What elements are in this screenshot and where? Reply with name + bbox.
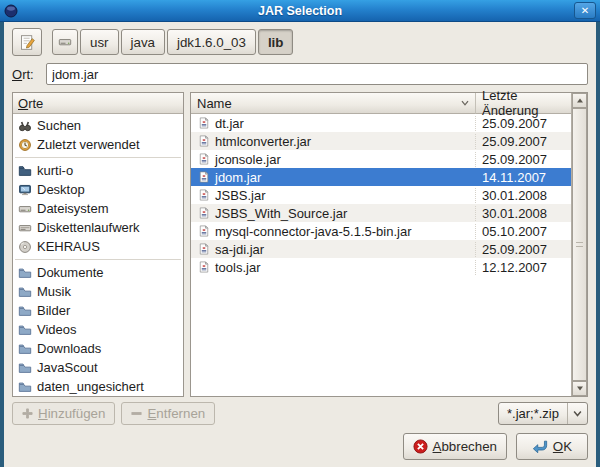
column-header-name[interactable]: Name	[191, 93, 475, 114]
sidebar-item-javascout[interactable]: JavaScout	[13, 358, 183, 377]
column-header-modified[interactable]: Letzte Änderung	[475, 93, 571, 114]
close-icon: ✕	[581, 6, 589, 16]
filter-dropdown[interactable]: *.jar;*.zip	[498, 402, 588, 425]
sidebar-item-label: Diskettenlaufwerk	[37, 220, 140, 235]
file-rows: dt.jar25.09.2007htmlconverter.jar25.09.2…	[191, 114, 571, 396]
jar-icon	[197, 189, 210, 201]
sidebar-item-label: JavaScout	[37, 360, 98, 375]
file-modified-date: 25.09.2007	[475, 134, 571, 149]
sidebar-item-bilder[interactable]: Bilder	[13, 301, 183, 320]
sidebar-item-musik[interactable]: Musik	[13, 282, 183, 301]
document-edit-icon	[19, 34, 36, 51]
breadcrumb-label: jdk1.6.0_03	[177, 35, 246, 50]
scrollbar-thumb[interactable]	[572, 108, 587, 381]
sidebar-item-label: Downloads	[37, 341, 101, 356]
sidebar-item-label: Zuletzt verwendet	[37, 137, 140, 152]
file-row-tools-jar[interactable]: tools.jar12.12.2007	[191, 258, 571, 276]
scroll-down-button[interactable]	[572, 381, 587, 396]
file-row-sa-jdi-jar[interactable]: sa-jdi.jar25.09.2007	[191, 240, 571, 258]
sidebar-item-desktop[interactable]: Desktop	[13, 180, 183, 199]
add-button[interactable]: Hinzufügen	[12, 402, 115, 425]
dialog-content: usrjavajdk1.6.0_03lib Ort: Orte SuchenZu…	[0, 22, 600, 467]
breadcrumb-label: lib	[268, 35, 284, 50]
file-row-jconsole-jar[interactable]: jconsole.jar25.09.2007	[191, 150, 571, 168]
desktop-icon	[17, 183, 32, 197]
file-row-jsbs-with-source-jar[interactable]: JSBS_With_Source.jar30.01.2008	[191, 204, 571, 222]
sidebar-item-label: KEHRAUS	[37, 239, 100, 254]
ok-return-arrow-icon	[532, 440, 548, 453]
places-separator	[15, 157, 181, 158]
breadcrumb-label: usr	[90, 35, 109, 50]
file-table: Name Letzte Änderung dt.jar25.09.2007htm…	[191, 93, 571, 396]
folder-icon	[17, 380, 32, 394]
file-list-scrollbar[interactable]	[571, 93, 587, 396]
file-modified-date: 25.09.2007	[475, 152, 571, 167]
file-name: tools.jar	[215, 260, 261, 275]
sidebar-item-dokumente[interactable]: Dokumente	[13, 263, 183, 282]
sidebar-item-diskettenlaufwerk[interactable]: Diskettenlaufwerk	[13, 218, 183, 237]
close-button[interactable]: ✕	[574, 2, 596, 19]
add-button-label: Hinzufügen	[38, 406, 105, 421]
floppy-icon	[17, 221, 32, 235]
type-filename-toggle-button[interactable]	[12, 28, 42, 56]
file-row-jsbs-jar[interactable]: JSBS.jar30.01.2008	[191, 186, 571, 204]
sidebar-item-videos[interactable]: Videos	[13, 320, 183, 339]
remove-button[interactable]: Entfernen	[121, 402, 215, 425]
sidebar-item-downloads[interactable]: Downloads	[13, 339, 183, 358]
places-header[interactable]: Orte	[13, 93, 183, 114]
breadcrumb-usr[interactable]: usr	[80, 29, 119, 55]
sidebar-item-zuletzt-verwendet[interactable]: Zuletzt verwendet	[13, 135, 183, 154]
file-name-cell: jdom.jar	[191, 170, 475, 185]
sidebar-item-suchen[interactable]: Suchen	[13, 116, 183, 135]
cancel-icon	[413, 439, 428, 454]
column-header-name-label: Name	[197, 96, 232, 111]
file-name-cell: JSBS_With_Source.jar	[191, 206, 475, 221]
breadcrumb-java[interactable]: java	[121, 29, 165, 55]
arrow-up-icon	[576, 98, 584, 103]
file-row-jdom-jar[interactable]: jdom.jar14.11.2007	[191, 168, 571, 186]
file-row-htmlconverter-jar[interactable]: htmlconverter.jar25.09.2007	[191, 132, 571, 150]
jar-icon	[197, 153, 210, 165]
file-modified-date: 12.12.2007	[475, 260, 571, 275]
ok-button[interactable]: OK	[516, 433, 588, 460]
folder-icon	[17, 342, 32, 356]
places-pane: Orte SuchenZuletzt verwendetkurti-oDeskt…	[12, 92, 184, 397]
arrow-down-icon	[576, 386, 584, 391]
footer: Abbrechen OK	[12, 433, 588, 460]
file-name: jdom.jar	[215, 170, 261, 185]
file-name: jconsole.jar	[215, 152, 281, 167]
file-table-headers: Name Letzte Änderung	[191, 93, 571, 114]
breadcrumb-lib[interactable]: lib	[258, 29, 294, 55]
jar-icon	[197, 207, 210, 219]
scrollbar-grip	[576, 242, 583, 247]
titlebar: JAR Selection ✕	[0, 0, 600, 22]
breadcrumb-label: java	[131, 35, 155, 50]
folder-icon	[17, 304, 32, 318]
sidebar-item-label: Dokumente	[37, 265, 103, 280]
sidebar-item-label: kurti-o	[37, 163, 73, 178]
file-name-cell: htmlconverter.jar	[191, 134, 475, 149]
file-modified-date: 14.11.2007	[475, 170, 571, 185]
file-modified-date: 25.09.2007	[475, 116, 571, 131]
sidebar-item-kurti-o[interactable]: kurti-o	[13, 161, 183, 180]
scroll-up-button[interactable]	[572, 93, 587, 108]
sidebar-item-kehraus[interactable]: KEHRAUS	[13, 237, 183, 256]
file-row-mysql-connector-java-5-1-5-bin-jar[interactable]: mysql-connector-java-5.1.5-bin.jar05.10.…	[191, 222, 571, 240]
home-icon	[17, 164, 32, 178]
file-name: sa-jdi.jar	[215, 242, 264, 257]
file-modified-date: 05.10.2007	[475, 224, 571, 239]
cancel-button[interactable]: Abbrechen	[403, 433, 507, 460]
file-row-dt-jar[interactable]: dt.jar25.09.2007	[191, 114, 571, 132]
breadcrumb-jdk1-6-0-03[interactable]: jdk1.6.0_03	[167, 29, 256, 55]
sidebar-item-label: Desktop	[37, 182, 85, 197]
breadcrumb-root[interactable]	[52, 29, 78, 55]
folder-icon	[17, 285, 32, 299]
file-modified-date: 25.09.2007	[475, 242, 571, 257]
sidebar-item-label: Bilder	[37, 303, 70, 318]
file-name: JSBS_With_Source.jar	[215, 206, 347, 221]
location-input[interactable]	[46, 63, 588, 85]
sidebar-item-daten-ungesichert[interactable]: daten_ungesichert	[13, 377, 183, 396]
jar-icon	[197, 171, 210, 183]
file-name-cell: sa-jdi.jar	[191, 242, 475, 257]
sidebar-item-dateisystem[interactable]: Dateisystem	[13, 199, 183, 218]
